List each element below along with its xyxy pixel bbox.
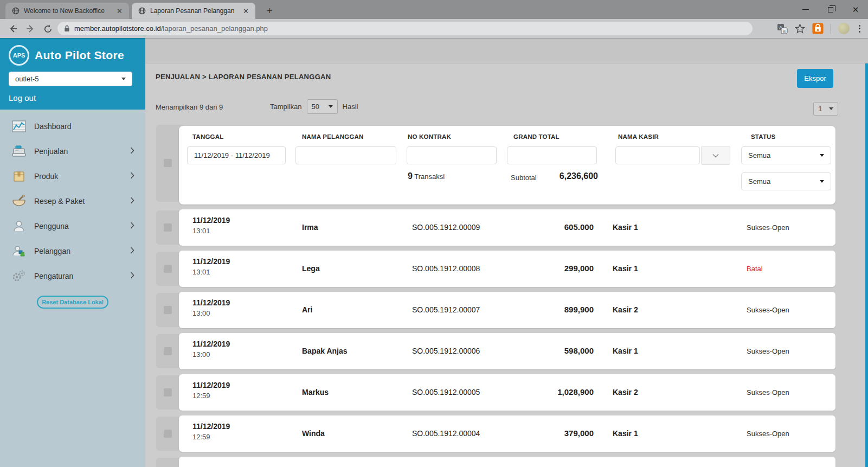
- profile-avatar[interactable]: [838, 23, 850, 34]
- main-top-strip: [145, 38, 868, 63]
- row-date: 11/12/2019: [192, 340, 230, 348]
- row-card[interactable]: 11/12/2019 12:59 Winda SO.005.1912.00004…: [179, 415, 835, 452]
- cell-date: 11/12/2019 13:01: [192, 257, 230, 276]
- cash-register-icon: [11, 144, 27, 158]
- breadcrumb: PENJUALAN > LAPORAN PESANAN PELANGGAN: [156, 73, 331, 81]
- row-grand-total: 605.000: [485, 222, 594, 232]
- tab-laporan-pesanan[interactable]: Laporan Pesanan Pelanggan ✕: [132, 3, 255, 19]
- sidebar-item-pengguna[interactable]: Pengguna: [0, 214, 145, 239]
- row-card[interactable]: 11/12/2019 13:01 Irma SO.005.1912.00009 …: [179, 209, 835, 246]
- column-header-nama-kasir: NAMA KASIR: [618, 133, 659, 140]
- cashier-filter-input[interactable]: [615, 146, 700, 164]
- logout-link[interactable]: Log out: [9, 93, 36, 103]
- back-button[interactable]: [7, 22, 20, 35]
- tab-close-icon[interactable]: ✕: [242, 7, 250, 15]
- row-checkbox[interactable]: [164, 306, 172, 314]
- status-filter-value: Semua: [748, 151, 770, 159]
- sidebar-item-produk[interactable]: Produk: [0, 164, 145, 189]
- page-number-value: 1: [818, 105, 822, 113]
- sidebar-item-penjualan[interactable]: Penjualan: [0, 139, 145, 164]
- row-status: Batal: [747, 265, 763, 273]
- tampilkan-label: Tampilkan: [270, 103, 302, 111]
- tab-title: Welcome to New Backoffice: [24, 7, 111, 15]
- row-status: Sukses-Open: [747, 347, 789, 355]
- row-card[interactable]: 11/12/2019 13:01 Lega SO.005.1912.00008 …: [179, 251, 835, 287]
- row-checkbox[interactable]: [164, 347, 172, 355]
- row-checkbox[interactable]: [164, 430, 172, 438]
- sidebar-item-dashboard[interactable]: Dashboard: [0, 114, 145, 139]
- reload-button[interactable]: [41, 22, 54, 35]
- address-bar[interactable]: member.autopilotstore.co.id/laporan_pesa…: [57, 22, 753, 35]
- table-row[interactable]: 11/12/2019 12:59 Markus SO.005.1912.0000…: [156, 374, 835, 411]
- window-minimize-button[interactable]: [793, 0, 818, 19]
- date-range-input[interactable]: 11/12/2019 - 11/12/2019: [187, 146, 286, 164]
- row-grand-total: 299,000: [485, 264, 594, 273]
- select-all-checkbox[interactable]: [164, 159, 172, 167]
- row-checkbox[interactable]: [164, 265, 172, 273]
- row-card[interactable]: 11/12/2019 13:00 Bapak Anjas SO.005.1912…: [179, 333, 835, 369]
- product-box-icon: [11, 169, 27, 183]
- report-table: TANGGAL NAMA PELANGGAN NO KONTRAK GRAND …: [156, 125, 835, 467]
- row-card[interactable]: 11/12/2019 12:59 Markus SO.005.1912.0000…: [179, 374, 835, 411]
- customer-name-filter-input[interactable]: [295, 146, 396, 164]
- row-contract-no: SO.005.1912.00006: [412, 347, 480, 355]
- contract-no-filter-input[interactable]: [407, 146, 497, 164]
- subtotal-value: 6,236,600: [515, 171, 598, 181]
- row-customer-name: Ari: [302, 305, 312, 314]
- reset-database-button[interactable]: Reset Database Lokal: [37, 296, 108, 309]
- window-close-button[interactable]: ✕: [843, 0, 868, 19]
- new-tab-button[interactable]: +: [263, 4, 276, 17]
- forward-button[interactable]: [24, 22, 37, 35]
- bookmark-star-icon[interactable]: [795, 23, 805, 34]
- tab-title: Laporan Pesanan Pelanggan: [150, 7, 237, 15]
- chevron-right-icon: [130, 246, 134, 256]
- row-card[interactable]: 11/12/2019 13:00 Ari SO.005.1912.00007 8…: [179, 292, 835, 328]
- table-row[interactable]: 11/12/2019 13:01 Lega SO.005.1912.00008 …: [156, 251, 835, 287]
- sidebar-item-pelanggan[interactable]: Pelanggan: [0, 239, 145, 264]
- user-icon: [11, 219, 27, 233]
- table-row[interactable]: 11/12/2019 13:01 Irma SO.005.1912.00009 …: [156, 209, 835, 246]
- sidebar-item-resep-paket[interactable]: Resep & Paket: [0, 189, 145, 214]
- globe-favicon-icon: [12, 7, 20, 15]
- row-date: 11/12/2019: [192, 422, 230, 431]
- transaction-count-number: 9: [408, 171, 413, 181]
- tab-close-icon[interactable]: ✕: [115, 7, 124, 15]
- window-restore-button[interactable]: [818, 0, 843, 19]
- table-rows: 11/12/2019 13:01 Irma SO.005.1912.00009 …: [156, 209, 835, 452]
- shopping-bag-extension-icon[interactable]: a: [812, 23, 824, 34]
- url-domain: member.autopilotstore.co.id: [74, 24, 161, 33]
- status-filter-select-2[interactable]: Semua: [741, 172, 831, 190]
- customer-bag-icon: [11, 244, 27, 258]
- status-filter-select-1[interactable]: Semua: [741, 146, 831, 164]
- table-row[interactable]: 11/12/2019 13:00 Ari SO.005.1912.00007 8…: [156, 292, 835, 328]
- sidebar-item-pengaturan[interactable]: Pengaturan: [0, 264, 145, 289]
- export-button[interactable]: Ekspor: [797, 69, 833, 88]
- cashier-dropdown-button[interactable]: [701, 146, 730, 165]
- table-row-partial[interactable]: [156, 457, 835, 467]
- page-size-select[interactable]: 50: [307, 99, 338, 114]
- row-contract-no: SO.005.1912.00007: [412, 305, 480, 314]
- cell-date: 11/12/2019 12:59: [192, 381, 230, 400]
- sidebar-item-label: Pelanggan: [34, 247, 70, 255]
- row-contract-no: SO.005.1912.00008: [412, 264, 480, 273]
- grand-total-filter-input[interactable]: [507, 146, 597, 164]
- row-cashier-name: Kasir 2: [613, 305, 638, 314]
- date-range-value: 11/12/2019 - 11/12/2019: [194, 151, 270, 159]
- table-row[interactable]: 11/12/2019 12:59 Winda SO.005.1912.00004…: [156, 415, 835, 452]
- row-checkbox[interactable]: [164, 223, 172, 232]
- row-checkbox[interactable]: [164, 388, 172, 396]
- outlet-select[interactable]: outlet-5: [9, 72, 132, 86]
- page-size-group: Tampilkan 50 Hasil: [270, 99, 358, 114]
- row-card[interactable]: [179, 457, 835, 467]
- chevron-down-icon: [820, 180, 824, 183]
- column-header-nama-pelanggan: NAMA PELANGGAN: [302, 133, 364, 140]
- vertical-scrollbar[interactable]: [865, 63, 868, 467]
- table-row[interactable]: 11/12/2019 13:00 Bapak Anjas SO.005.1912…: [156, 333, 835, 369]
- page-number-select[interactable]: 1: [813, 102, 838, 116]
- translate-icon[interactable]: Aa: [777, 23, 788, 34]
- sidebar-item-label: Penjualan: [34, 147, 68, 156]
- tab-welcome-backoffice[interactable]: Welcome to New Backoffice ✕: [5, 3, 129, 19]
- chrome-menu-icon[interactable]: [857, 25, 863, 33]
- mortar-pestle-icon: [11, 194, 27, 208]
- row-cashier-name: Kasir 1: [613, 347, 638, 355]
